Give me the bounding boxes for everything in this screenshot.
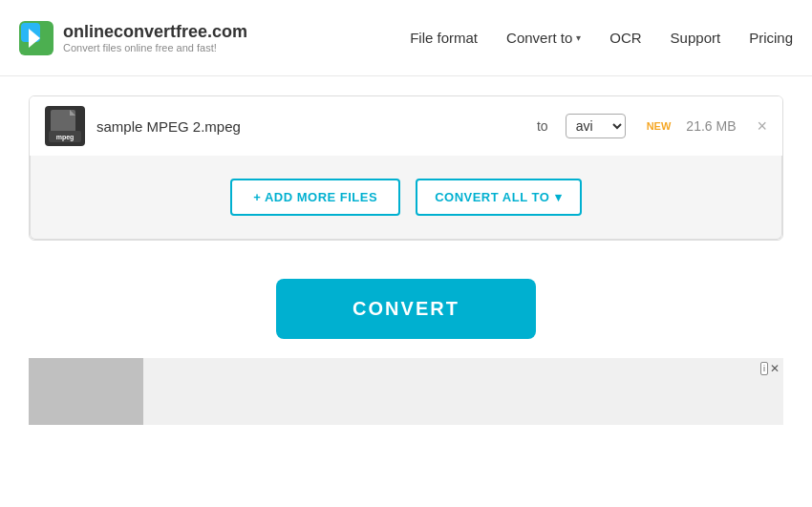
add-more-files-label: + ADD MORE FILES xyxy=(253,190,377,204)
convert-button[interactable]: CONVERT xyxy=(276,279,536,339)
nav-support-label: Support xyxy=(671,30,721,46)
bottom-panel: + ADD MORE FILES CONVERT ALL TO ▾ xyxy=(30,156,782,240)
ad-left-block xyxy=(29,358,143,425)
convert-all-button[interactable]: CONVERT ALL TO ▾ xyxy=(416,179,582,216)
nav-convert-to[interactable]: Convert to ▾ xyxy=(506,30,581,46)
nav: File format Convert to ▾ OCR Support Pri… xyxy=(410,30,793,46)
nav-file-format-label: File format xyxy=(410,30,478,46)
file-card: mpeg sample MPEG 2.mpeg to avi mp4 mov m… xyxy=(30,96,782,156)
chevron-down-icon: ▾ xyxy=(576,32,581,43)
logo-area: onlineconvertfree.com Convert files onli… xyxy=(19,21,247,55)
nav-pricing[interactable]: Pricing xyxy=(749,30,793,46)
add-more-files-button[interactable]: + ADD MORE FILES xyxy=(230,179,400,216)
ad-badge: i ✕ xyxy=(760,362,780,375)
main-content: mpeg sample MPEG 2.mpeg to avi mp4 mov m… xyxy=(0,76,812,444)
nav-support[interactable]: Support xyxy=(671,30,721,46)
convert-all-label: CONVERT ALL TO xyxy=(435,190,549,204)
convert-label: CONVERT xyxy=(353,298,459,319)
convert-section: CONVERT xyxy=(29,279,783,339)
nav-file-format[interactable]: File format xyxy=(410,30,478,46)
logo-text-block: onlineconvertfree.com Convert files onli… xyxy=(63,22,247,53)
file-size: 21.6 MB xyxy=(686,118,736,134)
ad-center-block xyxy=(143,358,783,425)
file-section: mpeg sample MPEG 2.mpeg to avi mp4 mov m… xyxy=(29,95,783,241)
logo-icon xyxy=(19,21,53,55)
convert-all-chevron-icon: ▾ xyxy=(555,190,563,204)
file-row: mpeg sample MPEG 2.mpeg to avi mp4 mov m… xyxy=(45,96,767,156)
nav-ocr[interactable]: OCR xyxy=(609,30,641,46)
svg-text:mpeg: mpeg xyxy=(56,134,75,141)
nav-convert-to-label: Convert to xyxy=(506,30,572,46)
format-select[interactable]: avi mp4 mov mkv wmv xyxy=(566,114,626,138)
ad-close-button[interactable]: ✕ xyxy=(770,362,780,375)
header: onlineconvertfree.com Convert files onli… xyxy=(0,0,812,76)
file-icon: mpeg xyxy=(45,106,85,146)
to-label: to xyxy=(537,118,548,134)
logo-title: onlineconvertfree.com xyxy=(63,22,247,42)
new-badge: NEW xyxy=(647,120,672,132)
mpeg-file-icon: mpeg xyxy=(49,108,81,144)
file-name: sample MPEG 2.mpeg xyxy=(96,118,525,135)
logo-subtitle: Convert files online free and fast! xyxy=(63,42,247,53)
nav-pricing-label: Pricing xyxy=(749,30,793,46)
remove-file-button[interactable]: × xyxy=(757,117,767,135)
ad-info-icon: i xyxy=(760,362,768,375)
nav-ocr-label: OCR xyxy=(609,30,641,46)
ad-area: i ✕ xyxy=(29,358,783,425)
